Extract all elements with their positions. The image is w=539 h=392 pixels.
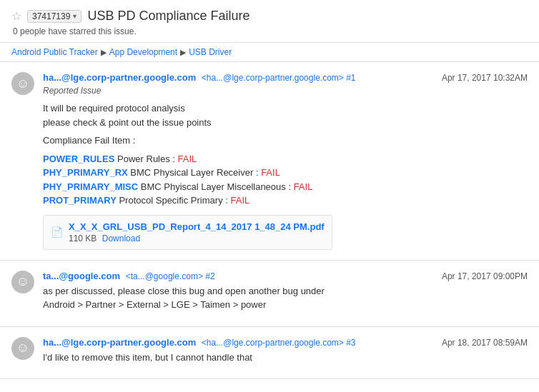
file-icon: 📄 <box>51 226 63 238</box>
fail-value-2: FAIL <box>261 167 280 178</box>
fail-colon-2: BMC Physical Layer Receiver : <box>130 167 261 178</box>
issue-title-row: ☆ 37417139 ▾ USB PD Compliance Failure <box>11 9 528 24</box>
breadcrumb-item-android[interactable]: Android Public Tracker <box>11 47 98 57</box>
fail-colon-3: BMC Phyiscal Layer Miscellaneous : <box>141 181 294 192</box>
issue-header: ☆ 37417139 ▾ USB PD Compliance Failure 0… <box>0 0 539 43</box>
fail-colon-1: Power Rules : <box>117 154 178 164</box>
fail-value-1: FAIL <box>178 154 197 164</box>
dropdown-arrow-icon: ▾ <box>73 12 76 20</box>
comment-p1-1: It will be required protocol analysisple… <box>43 101 528 129</box>
comment-type-1: Reported Issue <box>43 86 528 96</box>
fail-label-3: PHY_PRIMARY_MISC <box>43 181 138 192</box>
star-icon[interactable]: ☆ <box>11 9 21 23</box>
issue-title: USB PD Compliance Failure <box>87 9 249 24</box>
breadcrumb: Android Public Tracker ▶ App Development… <box>0 43 539 62</box>
comment-header-1: ha...@lge.corp-partner.google.com <ha...… <box>43 72 528 83</box>
issue-id: 37417139 <box>32 11 70 21</box>
avatar-2: ☺ <box>11 271 34 293</box>
issue-id-badge[interactable]: 37417139 ▾ <box>27 10 81 23</box>
comment-text-1: It will be required protocol analysisple… <box>43 101 528 208</box>
breadcrumb-arrow-1: ▶ <box>101 48 107 57</box>
comment-1: ☺ ha...@lge.corp-partner.google.com <ha.… <box>0 62 539 261</box>
comment-author-email-1: <ha...@lge.corp-partner.google.com> #1 <box>202 73 356 83</box>
comment-author-email-2: <ta...@google.com> #2 <box>126 271 215 281</box>
fail-label-2: PHY_PRIMARY_RX <box>43 167 128 178</box>
comment-timestamp-3: Apr 18, 2017 08:59AM <box>442 338 528 348</box>
fail-colon-4: Protocol Specific Primary : <box>119 195 230 206</box>
comment-author-block-2: ta...@google.com <ta...@google.com> #2 <box>43 271 215 281</box>
attachment-info-1: X_X_X_GRL_USB_PD_Report_4_14_2017 1_48_2… <box>69 221 325 243</box>
comment-author-2: ta...@google.com <box>43 271 120 281</box>
fail-label-1: POWER_RULES <box>43 154 114 164</box>
comment-text-2: as per discussed, please close this bug … <box>43 284 528 312</box>
comment-2: ☺ ta...@google.com <ta...@google.com> #2… <box>0 261 539 327</box>
breadcrumb-item-usbdriver[interactable]: USB Driver <box>189 47 232 57</box>
avatar-1: ☺ <box>11 72 34 95</box>
attachment-1[interactable]: 📄 X_X_X_GRL_USB_PD_Report_4_14_2017 1_48… <box>43 215 332 250</box>
avatar-3: ☺ <box>11 337 34 360</box>
fail-item-1: POWER_RULES Power Rules : FAIL <box>43 152 528 166</box>
avatar-person-icon-2: ☺ <box>16 274 29 289</box>
stars-count: 0 people have starred this issue. <box>13 26 528 36</box>
attachment-size: 110 KB <box>69 233 97 243</box>
breadcrumb-item-appdev[interactable]: App Development <box>109 47 177 57</box>
breadcrumb-arrow-2: ▶ <box>180 48 186 57</box>
comment-author-block-1: ha...@lge.corp-partner.google.com <ha...… <box>43 72 356 83</box>
download-link[interactable]: Download <box>102 233 140 243</box>
fail-item-2: PHY_PRIMARY_RX BMC Physical Layer Receiv… <box>43 166 528 180</box>
fail-item-3: PHY_PRIMARY_MISC BMC Phyiscal Layer Misc… <box>43 180 528 194</box>
comment-body-3: ha...@lge.corp-partner.google.com <ha...… <box>43 337 528 369</box>
avatar-person-icon-1: ☺ <box>16 76 29 91</box>
avatar-person-icon-3: ☺ <box>16 341 29 356</box>
comment-3: ☺ ha...@lge.corp-partner.google.com <ha.… <box>0 327 539 380</box>
comment-author-email-3: <ha...@lge.corp-partner.google.com> #3 <box>202 338 356 348</box>
comments-section: ☺ ha...@lge.corp-partner.google.com <ha.… <box>0 62 539 379</box>
fail-label-4: PROT_PRIMARY <box>43 195 117 206</box>
comment-timestamp-1: Apr 17, 2017 10:32AM <box>442 73 528 83</box>
comment-p-2: as per discussed, please close this bug … <box>43 284 528 312</box>
comment-text-3: I'd like to remove this item, but I cann… <box>43 351 528 365</box>
comment-p-3: I'd like to remove this item, but I cann… <box>43 351 528 365</box>
attachment-filename[interactable]: X_X_X_GRL_USB_PD_Report_4_14_2017 1_48_2… <box>69 221 325 232</box>
fail-value-4: FAIL <box>230 195 249 206</box>
comment-body-2: ta...@google.com <ta...@google.com> #2 A… <box>43 271 528 316</box>
attachment-meta: 110 KB Download <box>69 233 325 243</box>
comment-author-3: ha...@lge.corp-partner.google.com <box>43 337 196 348</box>
comment-p2-1: Compliance Fail Item : <box>43 134 528 148</box>
comment-author-1: ha...@lge.corp-partner.google.com <box>43 72 196 83</box>
comment-author-block-3: ha...@lge.corp-partner.google.com <ha...… <box>43 337 356 348</box>
fail-item-4: PROT_PRIMARY Protocol Specific Primary :… <box>43 194 528 208</box>
comment-body-1: ha...@lge.corp-partner.google.com <ha...… <box>43 72 528 250</box>
fail-value-3: FAIL <box>294 181 313 192</box>
comment-timestamp-2: Apr 17, 2017 09:00PM <box>442 271 528 281</box>
comment-header-3: ha...@lge.corp-partner.google.com <ha...… <box>43 337 528 348</box>
comment-header-2: ta...@google.com <ta...@google.com> #2 A… <box>43 271 528 281</box>
